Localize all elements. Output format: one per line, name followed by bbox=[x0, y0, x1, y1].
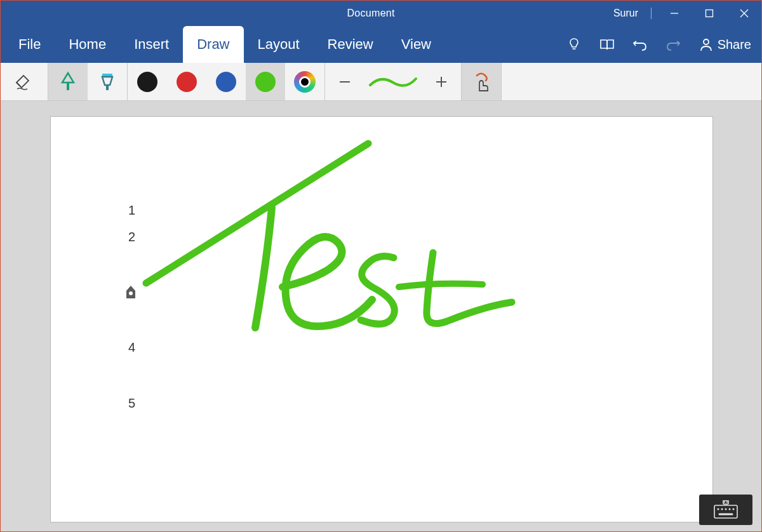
svg-point-5 bbox=[704, 39, 709, 44]
tab-draw[interactable]: Draw bbox=[183, 26, 243, 63]
redo-button[interactable] bbox=[657, 26, 690, 63]
touch-draw-icon bbox=[472, 72, 491, 92]
document-title: Document bbox=[339, 8, 402, 19]
share-label: Share bbox=[718, 37, 751, 52]
stroke-preview bbox=[364, 63, 422, 100]
tab-home[interactable]: Home bbox=[55, 26, 120, 63]
svg-rect-13 bbox=[714, 505, 737, 518]
red-dot-icon bbox=[177, 72, 197, 92]
svg-rect-20 bbox=[723, 500, 728, 504]
person-icon bbox=[700, 37, 712, 51]
ribbon-tabs: File Home Insert Draw Layout Review View bbox=[1, 26, 761, 63]
eraser-tool[interactable] bbox=[1, 63, 48, 100]
color-green[interactable] bbox=[246, 63, 285, 100]
blue-dot-icon bbox=[216, 72, 236, 92]
pen-tool[interactable] bbox=[48, 63, 88, 100]
tab-view[interactable]: View bbox=[387, 26, 445, 63]
svg-rect-1 bbox=[705, 10, 712, 17]
plus-icon bbox=[434, 75, 448, 89]
minus-icon bbox=[338, 75, 352, 89]
black-dot-icon bbox=[137, 72, 157, 92]
close-button[interactable] bbox=[726, 1, 761, 26]
color-more[interactable] bbox=[285, 63, 324, 100]
ink-layer bbox=[51, 117, 714, 523]
undo-button[interactable] bbox=[624, 26, 657, 63]
touch-draw-toggle[interactable] bbox=[462, 63, 501, 100]
color-wheel-icon bbox=[294, 71, 316, 93]
tell-me-button[interactable] bbox=[558, 26, 591, 63]
svg-rect-8 bbox=[106, 85, 109, 90]
highlighter-icon bbox=[98, 71, 116, 93]
color-blue[interactable] bbox=[206, 63, 246, 100]
titlebar: Document Surur bbox=[1, 1, 761, 26]
svg-rect-6 bbox=[67, 83, 69, 90]
tab-review[interactable]: Review bbox=[314, 26, 387, 63]
maximize-button[interactable] bbox=[692, 1, 726, 26]
tab-layout[interactable]: Layout bbox=[244, 26, 314, 63]
tab-file[interactable]: File bbox=[4, 26, 55, 63]
tab-insert[interactable]: Insert bbox=[120, 26, 183, 63]
minimize-button[interactable] bbox=[657, 1, 692, 26]
user-name[interactable]: Surur bbox=[606, 8, 646, 19]
share-button[interactable]: Share bbox=[690, 26, 761, 63]
workspace[interactable]: 1 2 4 5 bbox=[1, 101, 761, 531]
green-dot-icon bbox=[255, 72, 276, 92]
draw-toolbar bbox=[1, 63, 761, 101]
pen-icon bbox=[60, 71, 76, 93]
highlighter-tool[interactable] bbox=[88, 63, 127, 100]
touch-keyboard-button[interactable] bbox=[699, 495, 752, 525]
keyboard-icon bbox=[712, 500, 740, 519]
color-red[interactable] bbox=[167, 63, 206, 100]
thickness-increase[interactable] bbox=[422, 63, 461, 100]
wave-icon bbox=[368, 72, 418, 91]
eraser-icon bbox=[13, 71, 35, 93]
document-page[interactable]: 1 2 4 5 bbox=[50, 116, 713, 522]
thickness-decrease[interactable] bbox=[325, 63, 364, 100]
separator bbox=[651, 8, 652, 19]
read-mode-button[interactable] bbox=[591, 26, 624, 63]
color-black[interactable] bbox=[128, 63, 167, 100]
